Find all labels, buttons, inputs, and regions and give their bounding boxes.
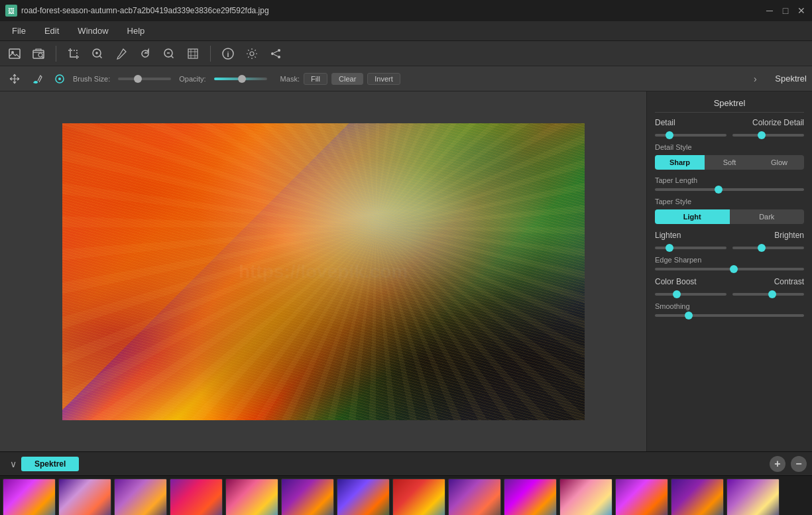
menu-window[interactable]: Window <box>74 25 112 37</box>
title-bar: 🖼 road-forest-season-autumn-acb7a2b0419a… <box>0 0 812 21</box>
contrast-slider[interactable] <box>732 293 804 296</box>
brush-icon[interactable] <box>28 70 46 88</box>
colorize-detail-slider[interactable] <box>732 134 804 137</box>
thumbnail-1[interactable]: 01 Spektrel <box>3 479 56 515</box>
thumb-img-10 <box>504 479 556 515</box>
sub-toolbar: Brush Size: Opacity: Mask: Fill Clear In… <box>0 66 812 91</box>
invert-button[interactable]: Invert <box>367 73 400 85</box>
svg-point-9 <box>250 52 254 56</box>
clear-button[interactable]: Clear <box>331 73 363 85</box>
thumbnail-7[interactable]: 07 Colorize Glow <box>337 479 390 515</box>
add-preset-button[interactable]: + <box>770 456 785 472</box>
paint-icon[interactable] <box>50 70 69 88</box>
thumb-img-8 <box>393 479 445 515</box>
dropper-icon[interactable] <box>112 44 131 63</box>
crop-icon[interactable] <box>64 44 83 63</box>
soft-button[interactable]: Soft <box>705 155 754 170</box>
thumb-img-12 <box>616 479 667 515</box>
thumbnail-3[interactable]: 03 Spektrel <box>114 479 167 515</box>
open-tool-icon[interactable] <box>29 44 48 63</box>
maximize-button[interactable]: □ <box>780 5 791 16</box>
detail-style-buttons: Sharp Soft Glow <box>655 155 804 170</box>
contrast-thumb[interactable] <box>768 290 776 298</box>
menu-file[interactable]: File <box>8 25 30 37</box>
expand-icon[interactable]: › <box>746 70 764 88</box>
color-boost-label: Color Boost <box>655 277 697 286</box>
info-icon[interactable]: i <box>219 44 237 63</box>
collapse-button[interactable]: ∨ <box>5 456 21 472</box>
sharp-button[interactable]: Sharp <box>655 155 705 170</box>
taper-length-slider[interactable] <box>655 188 804 191</box>
edge-sharpen-slider[interactable] <box>655 268 804 270</box>
color-boost-thumb[interactable] <box>673 290 681 298</box>
detail-sliders-row <box>655 130 804 137</box>
svg-point-14 <box>58 78 61 80</box>
move-icon[interactable] <box>5 70 24 88</box>
fit-icon[interactable] <box>184 44 202 63</box>
window-title: road-forest-season-autumn-acb7a2b0419ad3… <box>21 6 269 15</box>
thumb-img-7 <box>337 479 389 515</box>
fill-button[interactable]: Fill <box>304 73 327 85</box>
thumbnail-5[interactable]: 05 Colorize Medium <box>225 479 278 515</box>
lighten-thumb[interactable] <box>666 244 673 252</box>
taper-length-thumb[interactable] <box>715 186 723 194</box>
opacity-thumb[interactable] <box>238 75 246 83</box>
minimize-button[interactable]: ─ <box>764 5 775 16</box>
lighten-slider[interactable] <box>655 247 726 249</box>
colorize-detail-thumb[interactable] <box>758 131 766 139</box>
brighten-slider[interactable] <box>732 247 804 249</box>
share-icon[interactable] <box>266 44 285 63</box>
thumbnail-12[interactable]: 12 Bright Detail <box>615 479 668 515</box>
opacity-label: Opacity: <box>179 75 205 83</box>
thumbnail-10[interactable]: 10 Spektrel <box>504 479 557 515</box>
brush-size-label: Brush Size: <box>73 75 110 83</box>
thumbnail-4[interactable]: 04 Spektrel <box>170 479 223 515</box>
edge-sharpen-thumb[interactable] <box>730 265 738 273</box>
dark-button[interactable]: Dark <box>730 209 805 224</box>
brighten-thumb[interactable] <box>758 244 766 252</box>
lighten-brighten-row: Lighten Brighten <box>655 231 804 240</box>
thumbnail-2[interactable]: 02 Spektrel <box>58 479 111 515</box>
taper-style-buttons: Light Dark <box>655 209 804 224</box>
brush-size-thumb[interactable] <box>134 75 142 83</box>
active-tab[interactable]: Spektrel <box>21 457 79 471</box>
smoothing-thumb[interactable] <box>685 312 693 319</box>
color-boost-slider[interactable] <box>655 293 726 296</box>
image-tool-icon[interactable] <box>5 44 24 63</box>
light-button[interactable]: Light <box>655 209 730 224</box>
mask-label: Mask: <box>280 75 300 83</box>
settings-icon[interactable] <box>243 44 261 63</box>
brighten-label: Brighten <box>774 231 804 240</box>
glow-button[interactable]: Glow <box>754 155 804 170</box>
detail-row: Detail Colorize Detail <box>655 118 804 127</box>
opacity-slider[interactable] <box>214 78 267 80</box>
thumbnail-14[interactable]: 14 Long Bright <box>726 479 780 515</box>
detail-slider[interactable] <box>655 134 726 137</box>
remove-preset-button[interactable]: − <box>791 456 807 472</box>
smoothing-slider[interactable] <box>655 314 804 317</box>
menu-edit[interactable]: Edit <box>40 25 63 37</box>
svg-rect-6 <box>188 49 198 58</box>
brush-size-slider[interactable] <box>118 78 171 80</box>
svg-rect-0 <box>9 49 20 58</box>
thumbnail-8[interactable]: 08 Colorize Sharp <box>392 479 445 515</box>
thumbnail-6[interactable]: 06 Colorize Abstract <box>281 479 334 515</box>
detail-thumb[interactable] <box>666 131 673 139</box>
thumbnail-11[interactable]: 11 Smooth Detail <box>559 479 612 515</box>
rotate-icon[interactable] <box>136 44 154 63</box>
thumb-img-6 <box>282 479 333 515</box>
edge-sharpen-label: Edge Sharpen <box>655 256 804 264</box>
zoom-in-icon[interactable] <box>88 44 107 63</box>
thumbnail-9[interactable]: 09 Colorize Soft <box>448 479 501 515</box>
top-toolbar: i <box>0 41 812 66</box>
detail-style-label: Detail Style <box>655 143 804 151</box>
menu-help[interactable]: Help <box>123 25 149 37</box>
menu-bar: File Edit Window Help <box>0 21 812 41</box>
close-button[interactable]: ✕ <box>796 5 807 16</box>
smoothing-label: Smoothing <box>655 302 804 310</box>
thumb-img-14 <box>727 479 779 515</box>
zoom-out-icon[interactable] <box>160 44 178 63</box>
lighten-label: Lighten <box>655 231 681 240</box>
thumbnail-13[interactable]: 13 Long Lines <box>671 479 724 515</box>
thumbnails-strip: 01 Spektrel 02 Spektrel 03 Spektrel 04 S… <box>0 476 812 515</box>
